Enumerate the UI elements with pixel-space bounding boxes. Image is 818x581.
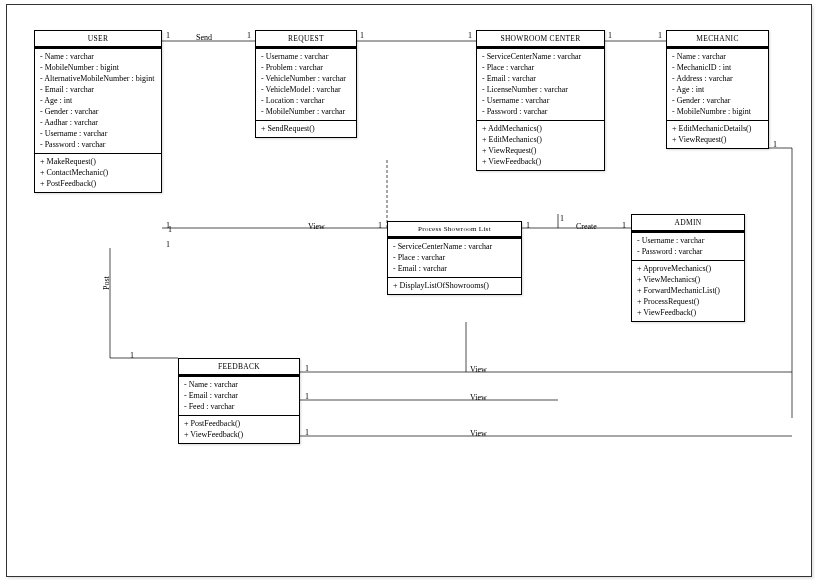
class-title: REQUEST — [256, 31, 356, 47]
attrs: - Name : varchar - MechanicID : int - Ad… — [667, 49, 768, 121]
label-create: Create — [576, 222, 597, 231]
ops: + PostFeedback() + ViewFeedback() — [179, 416, 299, 443]
class-title: Process Showroom List — [388, 222, 521, 237]
class-feedback: FEEDBACK - Name : varchar - Email : varc… — [178, 358, 300, 444]
label-view: View — [470, 365, 487, 374]
attrs: - Name : varchar - MobileNumber : bigint… — [35, 49, 161, 154]
multiplicity: 1 — [305, 364, 309, 373]
multiplicity: 1 — [168, 225, 172, 234]
attrs: - ServiceCenterName : varchar - Place : … — [388, 239, 521, 278]
class-title: USER — [35, 31, 161, 47]
class-title: MECHANIC — [667, 31, 768, 47]
ops: + AddMechanics() + EditMechanics() + Vie… — [477, 121, 604, 170]
label-view: View — [470, 429, 487, 438]
class-title: FEEDBACK — [179, 359, 299, 375]
multiplicity: 1 — [360, 31, 364, 40]
multiplicity: 1 — [166, 240, 170, 249]
class-request: REQUEST - Username : varchar - Problem :… — [255, 30, 357, 138]
attrs: - ServiceCenterName : varchar - Place : … — [477, 49, 604, 121]
multiplicity: 1 — [305, 428, 309, 437]
diagram-canvas: USER - Name : varchar - MobileNumber : b… — [0, 0, 818, 581]
class-title: SHOWROOM CENTER — [477, 31, 604, 47]
multiplicity: 1 — [468, 31, 472, 40]
label-view: View — [470, 393, 487, 402]
multiplicity: 1 — [378, 221, 382, 230]
multiplicity: 1 — [622, 221, 626, 230]
label-send: Send — [196, 33, 212, 42]
multiplicity: 1 — [247, 31, 251, 40]
multiplicity: 1 — [130, 351, 134, 360]
multiplicity: 1 — [773, 140, 777, 149]
ops: + DisplayListOfShowrooms() — [388, 278, 521, 294]
attrs: - Name : varchar - Email : varchar - Fee… — [179, 377, 299, 416]
label-view: View — [308, 222, 325, 231]
multiplicity: 1 — [608, 31, 612, 40]
multiplicity: 1 — [560, 214, 564, 223]
ops: + EditMechanicDetails() + ViewRequest() — [667, 121, 768, 148]
ops: + SendRequest() — [256, 121, 356, 137]
attrs: - Username : varchar - Problem : varchar… — [256, 49, 356, 121]
class-title: ADMIN — [632, 215, 744, 231]
multiplicity: 1 — [526, 221, 530, 230]
attrs: - Username : varchar - Password : varcha… — [632, 233, 744, 261]
class-showroom-center: SHOWROOM CENTER - ServiceCenterName : va… — [476, 30, 605, 171]
class-process-showroom-list: Process Showroom List - ServiceCenterNam… — [387, 221, 522, 295]
class-admin: ADMIN - Username : varchar - Password : … — [631, 214, 745, 322]
ops: + ApproveMechanics() + ViewMechanics() +… — [632, 261, 744, 321]
class-mechanic: MECHANIC - Name : varchar - MechanicID :… — [666, 30, 769, 149]
multiplicity: 1 — [658, 31, 662, 40]
multiplicity: 1 — [305, 392, 309, 401]
ops: + MakeRequest() + ContactMechanic() + Po… — [35, 154, 161, 192]
multiplicity: 1 — [166, 31, 170, 40]
label-post: Post — [102, 276, 111, 290]
class-user: USER - Name : varchar - MobileNumber : b… — [34, 30, 162, 193]
